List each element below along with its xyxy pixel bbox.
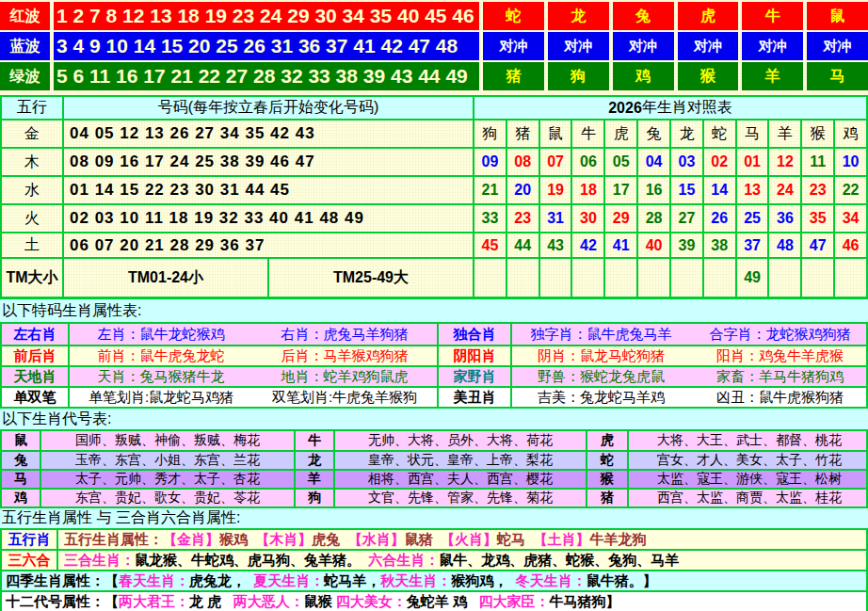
codename-row-3: 马 太子、元帅、秀才、太子、杏花 羊 相将、西宫、夫人、西宫、樱花 猴 太监、寇… [2, 469, 866, 488]
five-elements-header: 五行 [2, 97, 62, 119]
zodiac-number-cell: 45 [473, 233, 506, 257]
text-segment: 两大君王： [119, 593, 189, 611]
zodiac-header-cells: 狗猪鼠牛虎兔龙蛇马羊猴鸡 [473, 121, 866, 147]
zodiac-number-cell: 鸡 [833, 121, 866, 147]
zodiac-number-cell: 39 [669, 233, 702, 257]
text-segment: 【火肖】 [441, 531, 497, 549]
text-segment: 【水肖】 [348, 531, 405, 549]
five-elements-header-row: 五行 号码(每年按立春后开始变化号码) 2026年生肖对照表 [2, 97, 866, 119]
attr-double-stroke-zodiacs: 双笔划肖:牛虎兔羊猴狗 [252, 388, 437, 407]
zodiac-number-cell: 22 [833, 177, 866, 203]
codename-ox: 无帅、大将、员外、大将、荷花 [333, 431, 586, 450]
zodiac-number-cell [571, 259, 603, 297]
codename-goat: 相将、西宫、夫人、西宫、樱花 [333, 471, 586, 488]
zodiac-number-cell: 马 [735, 121, 768, 147]
blue-wave-row: 蓝波 3 4 9 10 14 15 20 25 26 31 36 37 41 4… [0, 32, 868, 60]
blue-wave-zodiac-cells: 对冲对冲对冲对冲对冲对冲 [483, 32, 868, 60]
zodiac-number-cell: 蛇 [702, 121, 735, 147]
attr-row-strokes: 单双笔 单笔划肖:鼠龙蛇马鸡猪 双笔划肖:牛虎兔羊猴狗 美丑肖 吉美：兔龙蛇马羊… [2, 386, 866, 407]
zodiac-number-cell: 20 [506, 177, 538, 203]
element-numbers-wood: 08 09 16 17 24 25 38 39 46 47 [62, 149, 473, 175]
text-segment: 冬天生肖： [516, 572, 587, 590]
codename-rabbit: 玉帝、东宫、小姐、东宫、兰花 [40, 452, 294, 469]
zodiac-number-cell: 15 [669, 177, 702, 203]
zodiac-number-cell: 30 [571, 205, 603, 232]
attr-left-zodiacs: 左肖：鼠牛龙蛇猴鸡 [68, 324, 252, 345]
attr-label-strokes: 单双笔 [2, 388, 68, 407]
codename-row-1: 鼠 国师、叛贼、神偷、叛贼、梅花 牛 无帅、大将、员外、大将、荷花 虎 大将、大… [2, 431, 866, 450]
codename-label-rabbit: 兔 [2, 452, 40, 469]
zodiac-number-cell: 44 [506, 233, 538, 257]
wave-zodiac-cell: 马 [807, 62, 868, 90]
element-numbers-fire: 02 03 10 11 18 19 32 33 40 41 48 49 [62, 205, 473, 232]
zodiac-number-cell: 47 [800, 233, 833, 257]
text-segment: 十二代号属性：【 [6, 593, 119, 611]
zodiac-number-cell: 35 [800, 205, 833, 232]
text-segment: 鼠龙猴、牛蛇鸡、虎马狗、兔羊猪。 [135, 552, 368, 570]
text-segment: 牛马猪狗】 [550, 593, 620, 611]
element-numbers-water: 01 14 15 22 23 30 31 44 45 [62, 177, 473, 203]
zodiac-number-cell: 38 [702, 233, 735, 257]
codename-label-tiger: 虎 [586, 431, 627, 450]
zodiac-number-cell: 24 [767, 177, 800, 203]
zodiac-number-cell: 36 [767, 205, 800, 232]
wave-zodiac-cell: 蛇 [483, 2, 544, 30]
five-element-zodiac-text: 五行生肖属性：【金肖】猴鸡 【木肖】虎兔 【水肖】鼠猪 【火肖】蛇马 【土肖】牛… [56, 530, 866, 549]
codename-label-horse: 马 [2, 471, 40, 488]
codename-tiger: 大将、大王、武士、都督、桃花 [627, 431, 868, 450]
element-numbers-earth: 06 07 20 21 28 29 36 37 [62, 233, 473, 257]
attr-right-zodiacs: 右肖：虎兔马羊狗猪 [252, 324, 437, 345]
zodiac-number-cell: 46 [833, 233, 866, 257]
zodiac-number-cell: 31 [538, 205, 571, 232]
zodiac-number-cell: 03 [669, 149, 702, 175]
zodiac-number-cell: 11 [800, 149, 833, 175]
zodiac-number-cell: 26 [702, 205, 735, 232]
attr-label-leftright: 左右肖 [2, 324, 68, 345]
zodiac-attribute-table: 左右肖 左肖：鼠牛龙蛇猴鸡 右肖：虎兔马羊狗猪 独合肖 独字肖：鼠牛虎兔马羊 合… [0, 322, 868, 409]
year-zodiac-header: 2026年生肖对照表 [473, 97, 866, 119]
wave-zodiac-cell: 对冲 [742, 32, 803, 60]
zodiac-codename-table: 鼠 国师、叛贼、神偷、叛贼、梅花 牛 无帅、大将、员外、大将、荷花 虎 大将、大… [0, 429, 868, 508]
codename-snake: 宫女、才人、美女、太子、竹花 [627, 452, 868, 469]
codename-dragon: 皇帝、状元、皇帝、上帝、梨花 [333, 452, 586, 469]
green-wave-row: 绿波 5 6 11 16 17 21 22 27 28 32 33 38 39 … [0, 62, 868, 90]
codename-label-pig: 猪 [586, 490, 627, 506]
tm-small-range: TM01-24小 [62, 259, 267, 297]
zodiac-number-cell: 09 [473, 149, 506, 175]
attr-beauty-zodiacs: 吉美：兔龙蛇马羊鸡 [510, 388, 690, 407]
zodiac-number-cell: 猴 [800, 121, 833, 147]
zodiac-number-cell: 29 [603, 205, 636, 232]
zodiac-number-row-4: 454443424140393837484746 [473, 233, 866, 257]
zodiac-number-cell: 07 [538, 149, 571, 175]
zodiac-number-cell: 18 [571, 177, 603, 203]
five-element-zodiac-row: 五行肖 五行生肖属性：【金肖】猴鸡 【木肖】虎兔 【水肖】鼠猪 【火肖】蛇马 【… [2, 530, 866, 551]
element-row-earth: 土 06 07 20 21 28 29 36 37 45444342414039… [2, 232, 866, 257]
zodiac-number-cell: 06 [571, 149, 603, 175]
text-segment: 鼠猪 [405, 531, 441, 549]
attr-domestic-zodiacs: 家畜：羊马牛猪狗鸡 [690, 367, 868, 386]
zodiac-number-cell: 19 [538, 177, 571, 203]
attr-single-stroke-zodiacs: 单笔划肖:鼠龙蛇马鸡猪 [68, 388, 252, 407]
attr-back-zodiacs: 后肖：马羊猴鸡狗猪 [252, 346, 437, 365]
year-label: 2026 [608, 100, 642, 117]
wave-color-table: 红波 1 2 7 8 12 13 18 19 23 24 29 30 34 35… [0, 0, 868, 90]
text-segment: 两大恶人： [233, 593, 304, 611]
zodiac-number-row-2: 212019181716151413242322 [473, 177, 866, 203]
zodiac-number-cell: 23 [506, 205, 538, 232]
zodiac-number-cell: 23 [800, 177, 833, 203]
three-six-combination-text: 三合生肖：鼠龙猴、牛蛇鸡、虎马狗、兔羊猪。 六合生肖：鼠牛、龙鸡、虎猪、蛇猴、兔… [56, 551, 866, 570]
codename-section-title: 以下生肖代号表: [0, 409, 868, 429]
zodiac-number-cell: 48 [767, 233, 800, 257]
attr-label-single-combined: 独合肖 [437, 324, 510, 345]
text-segment: 蛇马 [497, 531, 533, 549]
red-wave-numbers: 1 2 7 8 12 13 18 19 23 24 29 30 34 35 40… [54, 2, 479, 30]
codename-rooster: 东宫、贵妃、歌女、贵妃、苓花 [40, 490, 294, 506]
text-segment: 龙 虎 [189, 593, 233, 611]
codename-label-dog: 狗 [294, 490, 333, 506]
green-wave-label: 绿波 [0, 62, 50, 90]
attr-section-title: 以下特码生肖属性表: [0, 299, 868, 322]
attr-label-frontback: 前后肖 [2, 346, 68, 365]
numbers-header: 号码(每年按立春后开始变化号码) [62, 97, 473, 119]
zodiac-number-cell [702, 259, 735, 297]
year-title: 年生肖对照表 [642, 98, 732, 118]
